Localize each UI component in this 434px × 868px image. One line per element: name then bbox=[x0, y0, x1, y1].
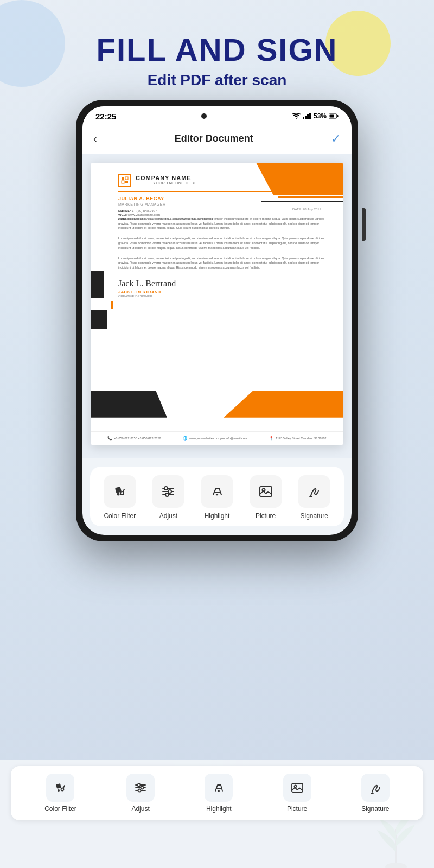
adjust-icon bbox=[161, 484, 176, 499]
doc-body-2: Lorem ipsum dolor sit amet, consectetur … bbox=[118, 236, 332, 250]
footer-phone-icon: 📞 bbox=[107, 436, 112, 441]
svg-point-13 bbox=[117, 493, 119, 495]
main-title: FILL AND SIGN bbox=[0, 33, 434, 67]
tool2-adjust-label: Adjust bbox=[131, 805, 149, 813]
color-filter-icon-box bbox=[104, 475, 136, 508]
company-logo-icon bbox=[121, 176, 129, 184]
svg-point-18 bbox=[168, 490, 171, 493]
tool2-highlight-label: Highlight bbox=[206, 805, 232, 813]
svg-rect-32 bbox=[292, 783, 303, 792]
wifi-icon bbox=[292, 113, 301, 119]
company-tagline: YOUR TAGLINE HERE bbox=[153, 181, 197, 185]
battery-level: 53% bbox=[314, 112, 327, 120]
status-bar: 22:25 bbox=[82, 106, 352, 124]
back-button[interactable]: ‹ bbox=[93, 132, 97, 145]
battery-icon bbox=[329, 113, 339, 119]
signature-icon-box bbox=[298, 475, 330, 508]
svg-point-25 bbox=[58, 789, 60, 792]
svg-rect-20 bbox=[260, 487, 272, 496]
doc-bottom-black bbox=[91, 391, 167, 418]
tool2-highlight-box bbox=[205, 774, 233, 802]
svg-point-17 bbox=[164, 487, 168, 490]
company-name: COMPANY NAME bbox=[136, 175, 197, 181]
svg-rect-23 bbox=[56, 783, 62, 789]
footer-addr: 📍 1173 Valley Street Camden, NJ 08102 bbox=[269, 436, 326, 441]
svg-point-29 bbox=[138, 784, 141, 787]
picture-icon-box bbox=[250, 475, 282, 508]
phone-outer-shell: 22:25 bbox=[76, 100, 358, 541]
tool-signature[interactable]: Signature bbox=[298, 475, 330, 520]
tool2-highlight[interactable]: Highlight bbox=[205, 774, 233, 813]
adjust-label: Adjust bbox=[159, 512, 177, 520]
status-right: 53% bbox=[292, 112, 339, 120]
web-label: WEB: bbox=[118, 213, 127, 216]
footer-addr-icon: 📍 bbox=[269, 436, 274, 441]
svg-rect-10 bbox=[125, 181, 128, 183]
tool2-adjust-box bbox=[126, 774, 155, 802]
tool2-color-filter-box bbox=[46, 774, 74, 802]
phone-power-button bbox=[362, 208, 366, 241]
camera-dot bbox=[200, 112, 208, 120]
doc-bottom-orange bbox=[224, 391, 343, 418]
svg-rect-5 bbox=[337, 115, 339, 117]
svg-rect-2 bbox=[307, 114, 309, 119]
highlight-icon bbox=[209, 484, 225, 499]
date-label: DATE: bbox=[292, 208, 302, 211]
signature-section: Jack L. Bertrand JACK L. BERTRAND CREATI… bbox=[118, 279, 332, 298]
highlight-icon-box bbox=[201, 475, 233, 508]
doc-body-3: Lorem ipsum dolor sit amet, consectetur … bbox=[118, 256, 332, 270]
person-name: JULIAN A. BEGAY bbox=[118, 196, 332, 201]
footer-phone: 📞 +1-856-822-2156 +1-856-822-2156 bbox=[107, 436, 161, 441]
footer-web: 🌐 www.yourwebsite.com yourinfo@email.com bbox=[183, 436, 247, 441]
doc-company-row: COMPANY NAME YOUR TAGLINE HERE bbox=[118, 174, 332, 187]
status-time: 22:25 bbox=[95, 112, 116, 121]
phone-label: PHONE: bbox=[118, 209, 131, 213]
tool-picture[interactable]: Picture bbox=[250, 475, 282, 520]
second-toolbar-card: Color Filter Adjust bbox=[11, 766, 423, 820]
footer-web-text: www.yourwebsite.com yourinfo@email.com bbox=[189, 437, 247, 440]
footer-web-icon: 🌐 bbox=[183, 436, 188, 441]
doc-content: COMPANY NAME YOUR TAGLINE HERE JULIAN A.… bbox=[91, 163, 343, 309]
svg-point-31 bbox=[138, 789, 141, 792]
svg-rect-1 bbox=[305, 116, 307, 119]
doc-body-1: Lorem ipsum dolor sit amet, consectetur … bbox=[118, 216, 332, 231]
svg-point-24 bbox=[61, 788, 64, 791]
signature-icon bbox=[307, 484, 322, 499]
svg-rect-3 bbox=[309, 113, 311, 119]
doc-left-black2 bbox=[91, 310, 107, 329]
tool-highlight[interactable]: Highlight bbox=[201, 475, 233, 520]
phone-value: +1 (29) 859-2397 bbox=[132, 209, 157, 213]
document-page: COMPANY NAME YOUR TAGLINE HERE JULIAN A.… bbox=[91, 163, 343, 445]
svg-point-19 bbox=[165, 493, 169, 496]
footer-addr-text: 1173 Valley Street Camden, NJ 08102 bbox=[276, 437, 326, 440]
tool2-adjust[interactable]: Adjust bbox=[126, 774, 155, 813]
app-header: ‹ Editor Document ✓ bbox=[82, 124, 352, 154]
tool-color-filter[interactable]: Color Filter bbox=[104, 475, 136, 520]
tool2-signature[interactable]: Signature bbox=[361, 774, 390, 813]
web-value: www.yourwebsite.com bbox=[128, 213, 160, 216]
doc-divider bbox=[118, 191, 289, 192]
tool2-signature-box bbox=[361, 774, 390, 802]
highlight-label: Highlight bbox=[205, 512, 230, 520]
svg-rect-7 bbox=[122, 177, 124, 180]
tool2-color-filter[interactable]: Color Filter bbox=[44, 774, 76, 813]
tool2-picture[interactable]: Picture bbox=[283, 774, 311, 813]
second-toolbar-strip: Color Filter Adjust bbox=[0, 760, 434, 868]
tool2-picture-icon bbox=[291, 781, 304, 794]
svg-point-30 bbox=[141, 787, 144, 789]
confirm-button[interactable]: ✓ bbox=[331, 132, 341, 146]
sub-title: Edit PDF after scan bbox=[0, 72, 434, 89]
phone-screen: 22:25 bbox=[82, 106, 352, 535]
color-filter-icon bbox=[112, 484, 127, 499]
tool2-adjust-icon bbox=[134, 781, 147, 794]
svg-rect-0 bbox=[303, 117, 304, 119]
tool2-color-filter-icon bbox=[54, 781, 67, 794]
phone-mockup: 22:25 bbox=[76, 100, 358, 541]
editor-title: Editor Document bbox=[175, 133, 253, 144]
signal-icon bbox=[303, 113, 311, 119]
tool2-picture-label: Picture bbox=[287, 805, 307, 813]
footer-phone-text: +1-856-822-2156 +1-856-822-2156 bbox=[114, 437, 161, 440]
doc-footer: 📞 +1-856-822-2156 +1-856-822-2156 🌐 www.… bbox=[91, 431, 343, 445]
signature-cursive: Jack L. Bertrand bbox=[118, 279, 332, 289]
tool-adjust[interactable]: Adjust bbox=[152, 475, 184, 520]
